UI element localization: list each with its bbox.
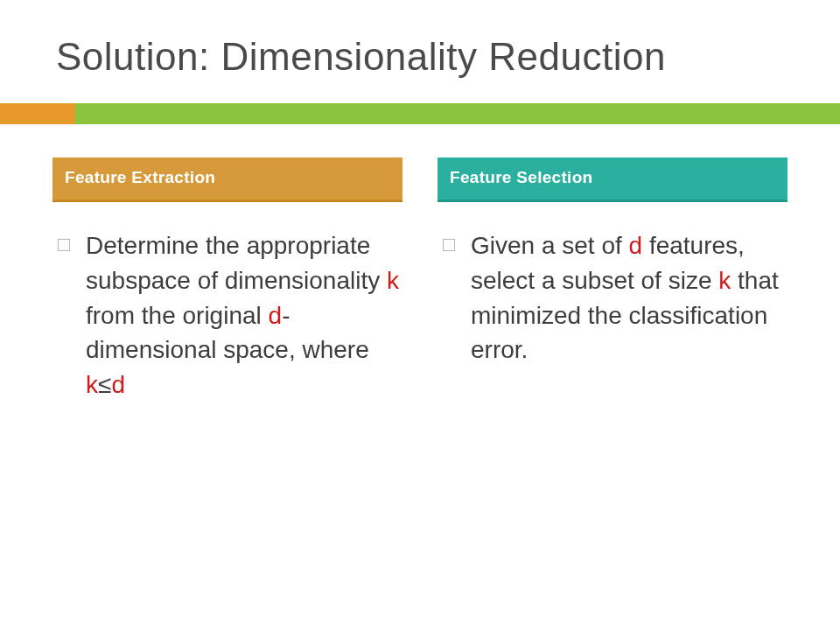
slide: Solution: Dimensionality Reduction Featu… <box>0 0 840 630</box>
highlight-k: k <box>86 371 98 398</box>
square-bullet-icon <box>443 239 455 251</box>
body-feature-selection: Given a set of d features, select a subs… <box>438 228 788 368</box>
text-segment: from the original <box>86 302 269 329</box>
accent-bar <box>0 103 840 124</box>
header-feature-selection: Feature Selection <box>438 158 788 202</box>
highlight-d: d <box>269 302 283 329</box>
highlight-d: d <box>111 371 125 398</box>
text-segment: Given a set of <box>471 232 629 259</box>
highlight-k: k <box>718 267 731 294</box>
text-segment: Determine the appropriate subspace of di… <box>86 232 387 294</box>
columns: Feature Extraction Determine the appropr… <box>52 158 788 402</box>
text-leq: ≤ <box>98 371 111 398</box>
accent-bar-green <box>75 103 840 124</box>
column-left: Feature Extraction Determine the appropr… <box>52 158 402 402</box>
header-feature-extraction: Feature Extraction <box>52 158 402 202</box>
square-bullet-icon <box>58 239 70 251</box>
highlight-d: d <box>629 232 643 259</box>
accent-bar-orange <box>0 103 75 124</box>
column-right: Feature Selection Given a set of d featu… <box>438 158 788 402</box>
page-title: Solution: Dimensionality Reduction <box>56 35 788 79</box>
highlight-k: k <box>387 267 399 294</box>
body-feature-extraction: Determine the appropriate subspace of di… <box>52 228 402 402</box>
